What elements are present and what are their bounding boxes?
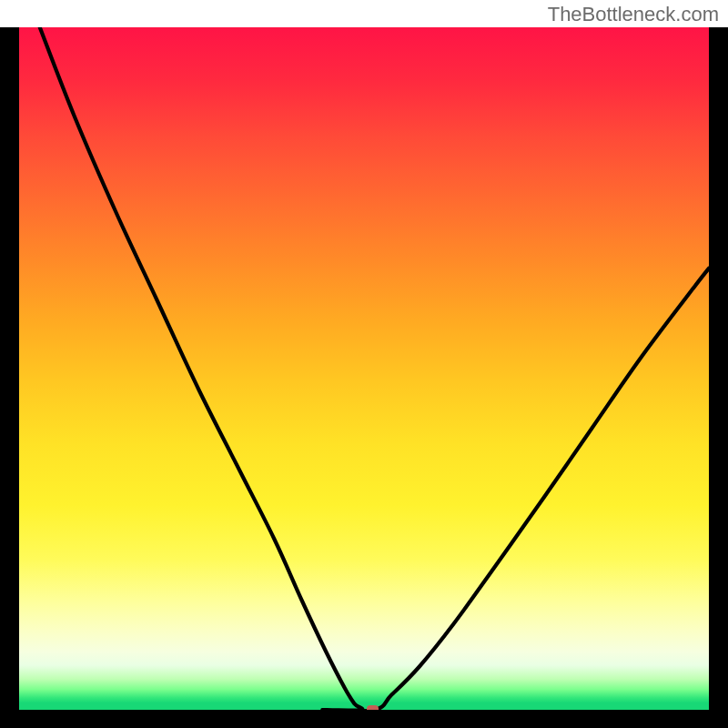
curve-path <box>40 27 709 710</box>
chart-curve <box>19 27 709 710</box>
axis-border-right <box>709 27 728 728</box>
axis-border-bottom <box>0 710 728 728</box>
optimum-marker <box>367 705 379 715</box>
chart-frame <box>0 27 728 728</box>
axis-border-left <box>0 27 19 728</box>
watermark-label: TheBottleneck.com <box>548 3 719 26</box>
